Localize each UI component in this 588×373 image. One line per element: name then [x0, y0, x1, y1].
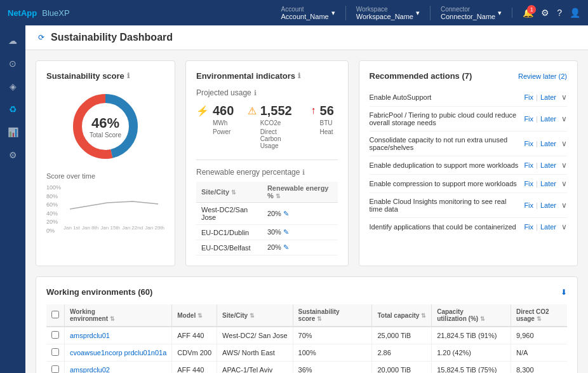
table-row: amsprdclu01 AFF 440 West-DC2/ San Jose 7…	[46, 327, 567, 344]
percent-cell: 20% ✎	[262, 203, 338, 225]
download-icon[interactable]: ⬇	[561, 288, 567, 297]
carbon-warning-icon: ⚠	[248, 105, 257, 117]
fix-link[interactable]: Fix	[524, 161, 533, 169]
later-link[interactable]: Later	[540, 161, 556, 169]
help-icon[interactable]: ?	[557, 8, 562, 18]
score-col-header[interactable]: Sustainabilityscore ⇅	[293, 304, 372, 327]
score-info-icon[interactable]: ℹ	[127, 72, 130, 80]
sidebar-item-storage[interactable]: ⊙	[3, 53, 23, 74]
sitecity-sort-icon[interactable]: ⇅	[250, 313, 255, 319]
action-text: Identify applications that could be cont…	[370, 223, 519, 231]
site-sort-icon[interactable]: ⇅	[231, 189, 236, 196]
co2-col-header[interactable]: Direct CO2usage ⇅	[511, 304, 567, 327]
action-row: Enable AutoSupport Fix | Later ∨	[370, 88, 568, 107]
expand-chevron-icon[interactable]: ∨	[561, 222, 567, 231]
we-sort-icon[interactable]: ⇅	[110, 316, 115, 322]
later-link[interactable]: Later	[540, 180, 556, 187]
action-row: Enable Cloud Insights monitoring to see …	[370, 193, 568, 218]
edit-icon[interactable]: ✎	[283, 228, 289, 236]
we-col-header[interactable]: Workingenvironment ⇅	[65, 304, 172, 327]
edit-icon[interactable]: ✎	[283, 210, 289, 217]
sidebar-item-chart[interactable]: 📊	[3, 122, 23, 142]
connector-nav[interactable]: Connector Connector_Name ▾	[430, 6, 502, 20]
fix-link[interactable]: Fix	[524, 140, 533, 147]
model-col-header[interactable]: Model ⇅	[172, 304, 217, 327]
later-link[interactable]: Later	[540, 201, 556, 209]
expand-chevron-icon[interactable]: ∨	[561, 201, 567, 210]
checkbox-col-header	[46, 304, 65, 327]
we-name-cell: amsprdclu02	[65, 362, 172, 374]
notification-bell-icon[interactable]: 🔔 1	[523, 8, 533, 18]
later-link[interactable]: Later	[540, 93, 556, 101]
fix-link[interactable]: Fix	[524, 115, 533, 123]
user-avatar[interactable]: 👤	[570, 8, 580, 18]
co2-cell: 9,960	[511, 327, 567, 344]
expand-chevron-icon[interactable]: ∨	[561, 179, 567, 188]
account-chevron-icon: ▾	[331, 9, 335, 17]
renewable-row: EU-DC1/Dublin 30% ✎	[196, 225, 338, 240]
sidebar-item-home[interactable]: ☁	[3, 31, 23, 51]
workspace-nav[interactable]: Workspace Workspace_Name ▾	[345, 6, 420, 20]
bluexp-label: BlueXP	[42, 8, 69, 18]
renewable-sort-icon[interactable]: ⇅	[276, 193, 281, 200]
score-sort-icon[interactable]: ⇅	[317, 316, 322, 322]
we-name-link[interactable]: cvoawsue1ncorp prdclu01n01a	[70, 349, 166, 356]
sidebar: ☁ ⊙ ◈ ♻ 📊 ⚙	[0, 25, 25, 373]
edit-icon[interactable]: ✎	[283, 243, 289, 251]
sidebar-item-data[interactable]: ◈	[3, 76, 23, 97]
cap-util-cell: 1.20 (42%)	[432, 344, 511, 362]
power-label: Power	[213, 128, 235, 135]
fix-link[interactable]: Fix	[524, 223, 533, 231]
later-link[interactable]: Later	[540, 140, 556, 147]
totalcap-col-header[interactable]: Total capacity ⇅	[372, 304, 432, 327]
fix-link[interactable]: Fix	[524, 180, 533, 187]
table-row: amsprdclu02 AFF 440 APAC-1/Tel Aviv 36% …	[46, 362, 567, 374]
sidebar-item-settings[interactable]: ⚙	[3, 145, 23, 165]
util-sort-icon[interactable]: ⇅	[480, 316, 485, 322]
site-col-header[interactable]: Site/City ⇅	[196, 182, 262, 203]
site-col-header[interactable]: Site/City ⇅	[217, 304, 293, 327]
cap-sort-icon[interactable]: ⇅	[421, 313, 426, 319]
caputil-col-header[interactable]: Capacityutilization (%) ⇅	[432, 304, 511, 327]
co2-cell: 8,300	[511, 362, 567, 374]
projected-info-icon[interactable]: ℹ	[254, 89, 257, 97]
we-name-link[interactable]: amsprdclu02	[70, 366, 110, 373]
fix-link[interactable]: Fix	[524, 201, 533, 209]
total-cap-cell: 2.86	[372, 344, 432, 362]
select-all-checkbox[interactable]	[51, 311, 59, 318]
row-checkbox[interactable]	[51, 348, 59, 356]
heat-label: Heat	[320, 128, 338, 135]
fix-link[interactable]: Fix	[524, 93, 533, 101]
action-row: Consolidate capacity to not run extra un…	[370, 132, 568, 156]
workspace-label: Workspace	[356, 6, 413, 13]
expand-chevron-icon[interactable]: ∨	[561, 161, 567, 170]
we-name-link[interactable]: amsprdclu01	[70, 332, 110, 339]
expand-chevron-icon[interactable]: ∨	[561, 114, 567, 123]
connector-chevron-icon: ▾	[498, 9, 502, 17]
total-cap-cell: 20,000 TiB	[372, 362, 432, 374]
model-cell: AFF 440	[172, 362, 217, 374]
expand-chevron-icon[interactable]: ∨	[561, 139, 567, 148]
carbon-value: 1,552	[260, 104, 292, 118]
renewable-col-header[interactable]: Renewable energy % ⇅	[262, 182, 338, 203]
row-checkbox-cell	[46, 344, 65, 362]
co2-sort-icon[interactable]: ⇅	[537, 316, 542, 322]
score-line-chart	[63, 184, 164, 222]
later-link[interactable]: Later	[540, 223, 556, 231]
connector-label: Connector	[441, 6, 495, 13]
sustainability-score-card: Sustainability score ℹ	[36, 60, 175, 266]
heat-value: 56	[320, 104, 334, 118]
review-later-button[interactable]: Review later (2)	[518, 72, 567, 80]
renewable-info-icon[interactable]: ℹ	[302, 168, 305, 177]
row-checkbox[interactable]	[51, 331, 59, 339]
back-icon[interactable]: ⟳	[38, 33, 44, 42]
site-cell: EU-DC1/Dublin	[196, 225, 262, 240]
sidebar-item-sustainability[interactable]: ♻	[3, 99, 23, 119]
account-nav[interactable]: Account Account_Name ▾	[271, 6, 335, 20]
model-sort-icon[interactable]: ⇅	[197, 313, 203, 319]
env-info-icon[interactable]: ℹ	[298, 72, 300, 80]
later-link[interactable]: Later	[540, 115, 556, 123]
row-checkbox[interactable]	[51, 365, 59, 373]
expand-chevron-icon[interactable]: ∨	[561, 93, 567, 102]
settings-gear-icon[interactable]: ⚙	[541, 8, 549, 18]
